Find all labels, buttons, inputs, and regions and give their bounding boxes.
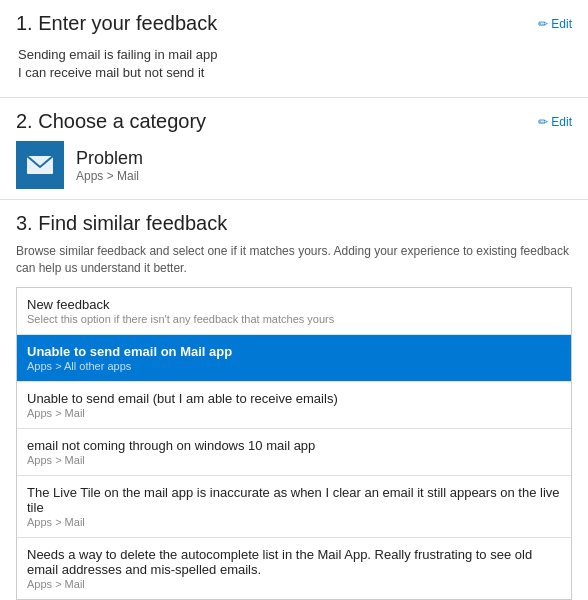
feedback-line-2: I can receive mail but not send it <box>18 65 570 80</box>
item-title-unable-send-receive: Unable to send email (but I am able to r… <box>27 391 561 406</box>
section-2-title: 2. Choose a category <box>16 110 206 133</box>
item-title-new-feedback: New feedback <box>27 297 561 312</box>
section-3: 3. Find similar feedback Browse similar … <box>0 200 588 600</box>
section-1: 1. Enter your feedback ✏ Edit Sending em… <box>0 0 588 98</box>
section-1-edit-button[interactable]: ✏ Edit <box>538 17 572 31</box>
item-sub-new-feedback: Select this option if there isn't any fe… <box>27 313 561 325</box>
item-title-autocomplete: Needs a way to delete the autocomplete l… <box>27 547 561 577</box>
section-1-content: Sending email is failing in mail app I c… <box>16 43 572 87</box>
item-title-unable-send-mail: Unable to send email on Mail app <box>27 344 561 359</box>
edit-icon-1: ✏ <box>538 17 548 31</box>
section-1-header: 1. Enter your feedback ✏ Edit <box>16 12 572 35</box>
feedback-list: New feedbackSelect this option if there … <box>16 287 572 600</box>
section-2-edit-label: Edit <box>551 115 572 129</box>
category-text: Problem Apps > Mail <box>76 148 143 183</box>
category-sub: Apps > Mail <box>76 169 143 183</box>
feedback-list-item-unable-send-receive[interactable]: Unable to send email (but I am able to r… <box>17 382 571 429</box>
feedback-list-item-new-feedback[interactable]: New feedbackSelect this option if there … <box>17 288 571 335</box>
feedback-line-1: Sending email is failing in mail app <box>18 47 570 62</box>
mail-icon <box>26 151 54 179</box>
category-icon <box>16 141 64 189</box>
section-1-edit-label: Edit <box>551 17 572 31</box>
item-title-not-coming-through: email not coming through on windows 10 m… <box>27 438 561 453</box>
section-3-description: Browse similar feedback and select one i… <box>16 243 572 277</box>
item-sub-live-tile: Apps > Mail <box>27 516 561 528</box>
feedback-list-item-unable-send-mail[interactable]: Unable to send email on Mail appApps > A… <box>17 335 571 382</box>
item-sub-autocomplete: Apps > Mail <box>27 578 561 590</box>
feedback-list-item-autocomplete[interactable]: Needs a way to delete the autocomplete l… <box>17 538 571 599</box>
edit-icon-2: ✏ <box>538 115 548 129</box>
section-1-title: 1. Enter your feedback <box>16 12 217 35</box>
section-2-header: 2. Choose a category ✏ Edit <box>16 110 572 133</box>
section-2-edit-button[interactable]: ✏ Edit <box>538 115 572 129</box>
category-name: Problem <box>76 148 143 169</box>
item-sub-unable-send-receive: Apps > Mail <box>27 407 561 419</box>
item-sub-not-coming-through: Apps > Mail <box>27 454 561 466</box>
item-title-live-tile: The Live Tile on the mail app is inaccur… <box>27 485 561 515</box>
section-3-header: 3. Find similar feedback <box>16 212 572 235</box>
category-item: Problem Apps > Mail <box>16 141 572 189</box>
section-3-title: 3. Find similar feedback <box>16 212 227 235</box>
item-sub-unable-send-mail: Apps > All other apps <box>27 360 561 372</box>
section-2: 2. Choose a category ✏ Edit Problem Apps… <box>0 98 588 200</box>
feedback-list-item-live-tile[interactable]: The Live Tile on the mail app is inaccur… <box>17 476 571 538</box>
feedback-list-item-not-coming-through[interactable]: email not coming through on windows 10 m… <box>17 429 571 476</box>
